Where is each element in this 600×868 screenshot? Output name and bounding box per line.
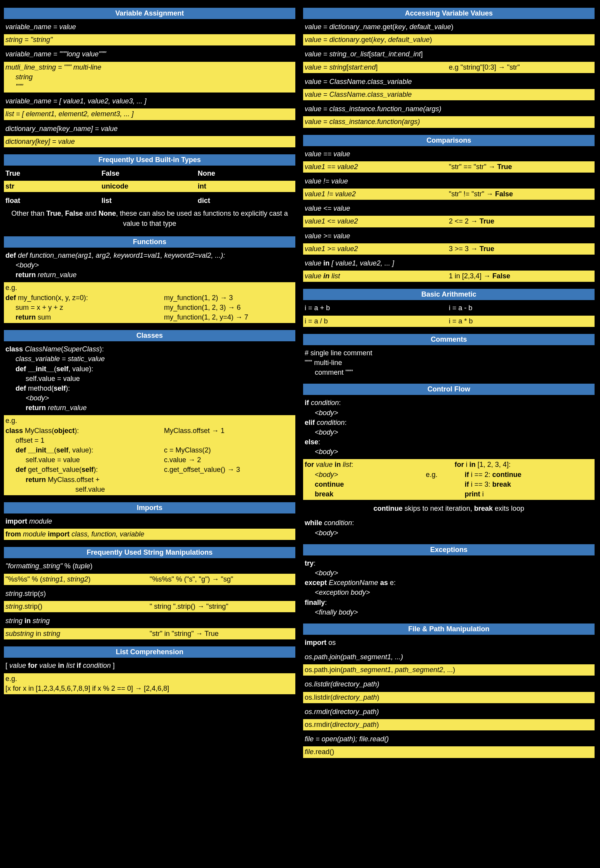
syntax-row: [ value for value in list if condition ]	[4, 660, 295, 671]
types-row: strunicodeint	[4, 181, 295, 192]
section-header-arithmetic: Basic Arithmetic	[303, 289, 595, 300]
example-row: "%s%s" % (string1, string2) "%s%s" % ("s…	[4, 574, 295, 585]
syntax-row: while condition: <body>	[303, 517, 595, 538]
example-row: list = [ element1, element2, element3, .…	[4, 108, 295, 120]
syntax-row: "formatting_string" % (tuple)	[4, 561, 295, 572]
example-row: substring in string "str" in "string" → …	[4, 628, 295, 639]
syntax-row: variable_name = value	[4, 21, 295, 33]
example-row: value in list1 in [2,3,4] → False	[303, 271, 595, 282]
syntax-row: value >= value	[303, 231, 595, 242]
syntax-row: variable_name = [ value1, value2, value3…	[4, 96, 295, 107]
right-column: Accessing Variable Values value = dictio…	[303, 8, 595, 761]
example-row: e.g. class MyClass(object): offset = 1 d…	[4, 415, 295, 495]
example-row: value = string[start:end] e.g "string"[0…	[303, 62, 595, 73]
syntax-row: value = class_instance.function_name(arg…	[303, 103, 595, 115]
syntax-row: dictionary_name[key_name] = value	[4, 123, 295, 134]
example-row: e.g. [x for x in [1,2,3,4,5,6,7,8,9] if …	[4, 673, 295, 694]
syntax-row: import module	[4, 516, 295, 527]
syntax-row: value <= value	[303, 203, 595, 214]
example-row: from module import class, function, vari…	[4, 529, 295, 540]
example-row: value1 <= value22 <= 2 → True	[303, 216, 595, 227]
section-header-strman: Frequently Used String Manipulations	[4, 547, 295, 558]
syntax-row: os.path.join(path_segment1, ...)	[303, 651, 595, 663]
example-row: os.listdir(directory_path)	[303, 692, 595, 703]
syntax-row: value != value	[303, 176, 595, 187]
left-column: Variable Assignment variable_name = valu…	[4, 8, 295, 761]
syntax-row: i = a + b i = a - b	[303, 302, 595, 314]
syntax-row: value = dictionary_name.get(key, default…	[303, 21, 595, 33]
syntax-row: variable_name = """long value"""	[4, 49, 295, 60]
section-header-functions: Functions	[4, 236, 295, 248]
section-header-control: Control Flow	[303, 384, 595, 395]
syntax-row: class ClassName(SuperClass): class_varia…	[4, 344, 295, 414]
section-header-types: Frequently Used Built-in Types	[4, 154, 295, 166]
example-row: os.path.join(path_segment1, path_segment…	[303, 664, 595, 676]
example-row: string.strip() " string ".strip() → "str…	[4, 601, 295, 612]
syntax-row: os.rmdir(directory_path)	[303, 706, 595, 718]
example-row: value1 == value2"str" == "str" → True	[303, 161, 595, 173]
syntax-row: file = open(path); file.read()	[303, 734, 595, 745]
example-row: file.read()	[303, 746, 595, 758]
syntax-row: os.listdir(directory_path)	[303, 679, 595, 690]
cheatsheet-page: Variable Assignment variable_name = valu…	[0, 0, 600, 769]
types-row: floatlistdict	[4, 195, 295, 206]
example-row: dictionary[key] = value	[4, 136, 295, 147]
syntax-row: def def function_name(arg1, arg2, keywor…	[4, 250, 295, 281]
example-row: for value in list: <body> continue break…	[303, 459, 595, 500]
example-row: e.g. def my_function(x, y, z=0): sum = x…	[4, 282, 295, 323]
example-row: value = class_instance.function(args)	[303, 116, 595, 127]
section-header-classes: Classes	[4, 330, 295, 341]
example-row: i = a / b i = a * b	[303, 316, 595, 327]
syntax-row: # single line comment """ multi-line com…	[303, 348, 595, 379]
syntax-row: value in [ value1, value2, ... ]	[303, 258, 595, 269]
section-header-exceptions: Exceptions	[303, 544, 595, 555]
control-note: continue skips to next iteration, break …	[303, 503, 595, 514]
types-row: TrueFalseNone	[4, 168, 295, 179]
syntax-row: value = string_or_list[start_int:end_int…	[303, 49, 595, 60]
section-header-listcomp: List Comprehension	[4, 646, 295, 658]
types-note: Other than True, False and None, these c…	[4, 208, 295, 229]
syntax-row: value == value	[303, 148, 595, 160]
example-row: value = ClassName.class_variable	[303, 89, 595, 100]
section-header-files: File & Path Manipulation	[303, 623, 595, 635]
example-row: os.rmdir(directory_path)	[303, 719, 595, 730]
syntax-row: value = ClassName.class_variable	[303, 76, 595, 87]
example-row: value1 >= value23 >= 3 → True	[303, 243, 595, 255]
example-row: string = "string"	[4, 34, 295, 45]
syntax-row: string.strip(s)	[4, 588, 295, 599]
section-header-imports: Imports	[4, 502, 295, 513]
section-header-access: Accessing Variable Values	[303, 8, 595, 19]
files-note: import os	[303, 637, 595, 648]
syntax-row: string in string	[4, 615, 295, 627]
example-row: value1 != value2"str" != "str" → False	[303, 189, 595, 200]
section-header-comments: Comments	[303, 334, 595, 345]
example-row: mutli_line_string = """ multi-line strin…	[4, 62, 295, 93]
syntax-row: if condition: <body> elif condition: <bo…	[303, 397, 595, 458]
example-row: value = dictionary.get(key, default_valu…	[303, 34, 595, 45]
section-header-comparisons: Comparisons	[303, 135, 595, 146]
syntax-row: try: <body> except ExceptionName as e: <…	[303, 558, 595, 618]
section-header-var-assign: Variable Assignment	[4, 8, 295, 19]
